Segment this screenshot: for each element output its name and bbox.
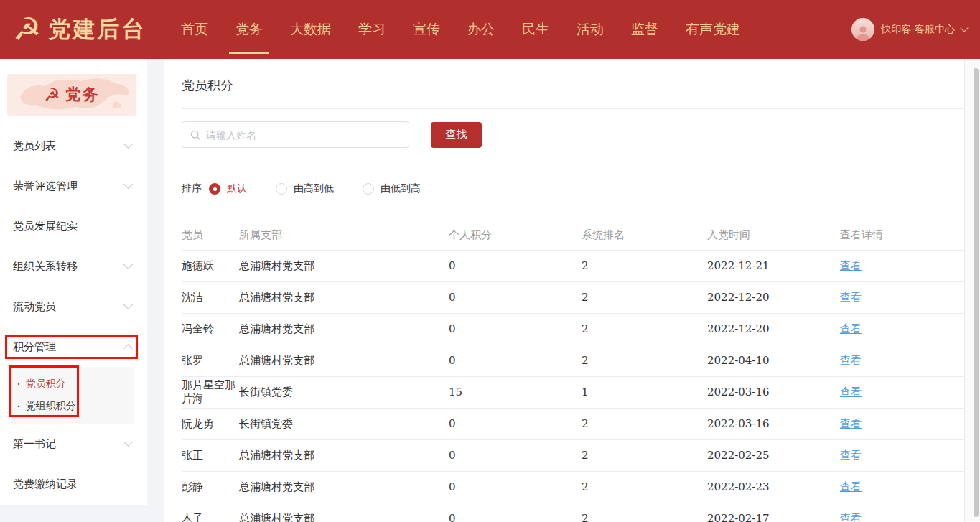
sidebar-menu-item-label: 荣誉评选管理 xyxy=(13,180,78,193)
app-title: 党建后台 xyxy=(48,14,146,45)
sidebar-menu-item-label: 第一书记 xyxy=(13,437,56,451)
sidebar-menu-item-label: 积分管理 xyxy=(13,340,56,354)
cell-member-name: 阮龙勇 xyxy=(182,408,239,439)
table-row: 彭静 总浦塘村党支部 0 2 2022-02-23 查看 xyxy=(182,471,964,503)
view-link[interactable]: 查看 xyxy=(840,291,862,303)
sidebar-menu-item[interactable]: 组织关系转移 xyxy=(0,246,147,286)
cell-detail: 查看 xyxy=(840,503,964,522)
members-score-table: 党员 所属支部 个人积分 系统排名 入党时间 查看详情 施德跃 总浦塘村党支部 … xyxy=(182,221,964,522)
nav-item-label: 宣传 xyxy=(413,20,440,39)
view-link[interactable]: 查看 xyxy=(840,449,862,461)
sidebar-submenu-item[interactable]: 党员积分 xyxy=(11,373,134,395)
cell-join-date: 2022-02-23 xyxy=(707,471,840,503)
view-link[interactable]: 查看 xyxy=(840,417,862,429)
sort-option[interactable]: 由高到低 xyxy=(276,182,334,195)
cell-rank: 2 xyxy=(582,281,707,313)
search-button[interactable]: 查找 xyxy=(431,122,482,148)
scrollbar-track[interactable] xyxy=(964,59,980,522)
nav-item-label: 活动 xyxy=(577,20,604,39)
page-title: 党员积分 xyxy=(182,77,964,94)
cell-member-name: 沈洁 xyxy=(182,281,239,313)
nav-item[interactable]: 学习 xyxy=(358,0,386,59)
cell-detail: 查看 xyxy=(840,345,964,376)
cell-rank: 1 xyxy=(582,376,707,408)
cell-score: 0 xyxy=(449,503,582,522)
nav-item[interactable]: 民生 xyxy=(522,0,549,59)
view-link[interactable]: 查看 xyxy=(840,512,862,522)
hammer-sickle-icon: ☭ xyxy=(13,14,41,45)
nav-item[interactable]: 首页 xyxy=(181,0,208,59)
cell-score: 0 xyxy=(449,313,582,345)
sidebar-menu-item[interactable]: 流动党员 xyxy=(0,286,147,327)
chevron-down-icon xyxy=(960,24,968,32)
nav-item[interactable]: 办公 xyxy=(467,0,495,59)
top-header-bar: ☭ 党建后台 首页 党务 大数据 学习 xyxy=(0,0,980,59)
chevron-icon xyxy=(123,300,133,309)
sidebar-menu-item[interactable]: 第一书记 xyxy=(0,424,147,464)
table-row: 张罗 总浦塘村党支部 0 2 2022-04-10 查看 xyxy=(182,345,964,376)
radio-icon[interactable] xyxy=(209,183,220,195)
cell-rank: 2 xyxy=(582,471,707,503)
nav-item-label: 党务 xyxy=(235,20,263,39)
nav-item[interactable]: 党务 xyxy=(235,0,263,59)
cell-rank: 2 xyxy=(582,503,707,522)
cell-rank: 2 xyxy=(582,250,707,281)
sidebar-submenu-item[interactable]: 党组织积分 xyxy=(11,395,134,417)
app-logo[interactable]: ☭ 党建后台 xyxy=(13,0,146,59)
sort-option[interactable]: 由低到高 xyxy=(363,182,421,195)
search-input[interactable] xyxy=(182,122,409,147)
nav-item-label: 大数据 xyxy=(290,20,331,39)
sidebar: ☭ 党务 党员列表 荣誉评选管理 党员发展纪实 xyxy=(0,59,147,505)
page: ☭ 党建后台 首页 党务 大数据 学习 xyxy=(0,0,980,522)
hammer-sickle-icon: ☭ xyxy=(44,86,60,104)
view-link[interactable]: 查看 xyxy=(840,386,862,398)
sidebar-menu-item[interactable]: 党员发展纪实 xyxy=(0,206,147,246)
sidebar-menu-item[interactable]: 党员列表 xyxy=(0,126,147,166)
sort-option[interactable]: 默认 xyxy=(209,182,247,195)
cell-score: 0 xyxy=(449,408,582,439)
col-header-detail: 查看详情 xyxy=(840,221,964,250)
scrollbar-thumb[interactable] xyxy=(974,68,979,517)
table-row: 施德跃 总浦塘村党支部 0 2 2022-12-21 查看 xyxy=(182,250,964,281)
sidebar-submenu-item-label: 党组织积分 xyxy=(26,400,76,413)
table-row: 那片星空那片海 长街镇党委 15 1 2022-03-16 查看 xyxy=(182,376,964,408)
radio-icon[interactable] xyxy=(363,183,374,195)
table-row: 阮龙勇 长街镇党委 0 2 2022-03-16 查看 xyxy=(182,408,964,439)
cell-branch: 总浦塘村党支部 xyxy=(239,471,449,503)
sidebar-submenu-item-label: 党员积分 xyxy=(26,378,66,391)
search-box xyxy=(182,121,409,148)
nav-item[interactable]: 大数据 xyxy=(290,0,331,59)
view-link[interactable]: 查看 xyxy=(840,322,862,335)
table-row: 冯全铃 总浦塘村党支部 0 2 2022-12-20 查看 xyxy=(182,313,964,345)
nav-item[interactable]: 宣传 xyxy=(413,0,440,59)
chevron-icon xyxy=(123,260,133,269)
sidebar-menu-item[interactable]: 党费缴纳记录 xyxy=(0,464,147,504)
cell-branch: 长街镇党委 xyxy=(239,408,449,439)
view-link[interactable]: 查看 xyxy=(840,354,862,366)
search-row: 查找 xyxy=(182,121,964,148)
top-nav: 首页 党务 大数据 学习 宣传 办公 xyxy=(181,0,740,59)
sidebar-menu-bottom: 第一书记 党费缴纳记录 xyxy=(0,424,147,504)
table-header-row: 党员 所属支部 个人积分 系统排名 入党时间 查看详情 xyxy=(182,221,964,250)
table-row: 张正 总浦塘村党支部 0 2 2022-02-25 查看 xyxy=(182,439,964,471)
nav-item[interactable]: 监督 xyxy=(631,0,658,59)
sidebar-menu-item[interactable]: 积分管理 xyxy=(0,327,147,367)
table-row: 沈洁 总浦塘村党支部 0 2 2022-12-20 查看 xyxy=(182,281,964,313)
view-link[interactable]: 查看 xyxy=(840,259,862,271)
sidebar-menu-item-label: 流动党员 xyxy=(13,300,56,314)
cell-score: 0 xyxy=(449,439,582,471)
radio-icon[interactable] xyxy=(276,183,287,195)
nav-item[interactable]: 有声党建 xyxy=(686,0,740,59)
view-link[interactable]: 查看 xyxy=(840,480,862,493)
avatar xyxy=(851,18,874,41)
cell-member-name: 那片星空那片海 xyxy=(182,376,239,408)
cell-branch: 总浦塘村党支部 xyxy=(239,250,449,281)
sidebar-banner: ☭ 党务 xyxy=(7,74,136,116)
sidebar-menu-item[interactable]: 荣誉评选管理 xyxy=(0,166,147,206)
cell-join-date: 2022-03-16 xyxy=(707,408,840,439)
nav-item-label: 学习 xyxy=(358,20,386,39)
user-menu[interactable]: 快印客-客服中心 xyxy=(851,0,967,59)
cell-branch: 总浦塘村党支部 xyxy=(239,345,449,376)
nav-item[interactable]: 活动 xyxy=(577,0,604,59)
cell-rank: 2 xyxy=(582,345,707,376)
